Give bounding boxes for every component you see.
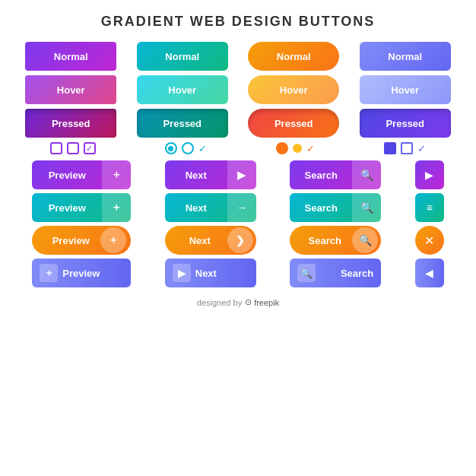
play-icon-1: ▶ — [227, 160, 256, 189]
orange-dot-filled[interactable] — [276, 142, 288, 154]
plus-icon-3: ＋ — [100, 227, 126, 253]
preview-button-teal[interactable]: Preview ＋ — [32, 193, 131, 222]
freepik-logo: ⊙ freepik — [245, 297, 279, 307]
menu-icon-btn-teal[interactable]: ≡ — [415, 193, 444, 222]
preview-label-1: Preview — [32, 170, 102, 181]
normal-row: Normal Normal Normal Normal — [15, 42, 461, 71]
blue-checkmark[interactable]: ✓ — [417, 143, 426, 154]
orange-checks: ✓ — [276, 142, 315, 154]
freepik-brand: freepik — [254, 298, 279, 307]
purple-checkbox-checked[interactable]: ✓ — [84, 142, 96, 154]
blue-square-filled[interactable] — [384, 142, 396, 154]
arrow-icon-2: → — [227, 193, 256, 222]
search-icon-3: 🔍 — [352, 227, 378, 253]
action-row-1: Preview ＋ Next ▶ Search 🔍 ▶ — [15, 160, 461, 189]
play-icon-solo: ▶ — [425, 169, 433, 181]
next-label-2: Next — [165, 202, 227, 214]
next-button-flat[interactable]: ▶ Next — [165, 259, 256, 287]
search-icon-4: 🔍 — [297, 264, 316, 282]
page-title: GRADIENT WEB DESIGN BUTTONS — [101, 14, 376, 30]
search-label-3: Search — [297, 235, 352, 246]
next-button-orange[interactable]: Next ❯ — [165, 226, 256, 255]
close-icon: ✕ — [424, 233, 434, 248]
teal-checks: ✓ — [165, 142, 207, 154]
btn-purple-pressed[interactable]: Pressed — [25, 109, 116, 138]
search-icon-2: 🔍 — [352, 193, 381, 222]
btn-purple-normal[interactable]: Normal — [25, 42, 116, 71]
blue-square-empty[interactable] — [401, 142, 413, 154]
purple-checks: ✓ — [50, 142, 96, 154]
search-label-1: Search — [290, 170, 352, 181]
plus-icon-2: ＋ — [102, 193, 131, 222]
search-button-teal[interactable]: Search 🔍 — [290, 193, 381, 222]
search-icon-1: 🔍 — [352, 160, 381, 189]
pressed-row: Pressed Pressed Pressed Pressed — [15, 109, 461, 138]
preview-label-2: Preview — [32, 202, 102, 214]
hover-row: Hover Hover Hover Hover — [15, 75, 461, 104]
btn-orange-normal[interactable]: Normal — [248, 42, 339, 71]
search-button-orange[interactable]: Search 🔍 — [290, 226, 381, 255]
menu-icon: ≡ — [427, 202, 433, 214]
plus-icon-4: ＋ — [40, 264, 58, 282]
orange-dot-small[interactable] — [293, 144, 302, 153]
blue-checks: ✓ — [384, 142, 426, 154]
btn-indigo-hover[interactable]: Hover — [360, 75, 451, 104]
play-icon-4: ▶ — [173, 264, 191, 282]
preview-button-orange[interactable]: Preview ＋ — [32, 226, 131, 255]
preview-button-purple[interactable]: Preview ＋ — [32, 160, 131, 189]
checkbox-row: ✓ ✓ ✓ ✓ — [15, 142, 461, 154]
purple-checkbox-empty2[interactable] — [67, 142, 79, 154]
btn-indigo-pressed[interactable]: Pressed — [360, 109, 451, 138]
action-row-4: ＋ Preview ▶ Next 🔍 Search ◀ — [15, 259, 461, 287]
next-label-4: Next — [195, 268, 217, 279]
play-icon-btn-purple[interactable]: ▶ — [415, 160, 444, 189]
teal-checkmark[interactable]: ✓ — [198, 143, 207, 154]
search-button-flat[interactable]: 🔍 Search — [290, 259, 381, 287]
footer: designed by ⊙ freepik — [197, 297, 279, 307]
next-label-3: Next — [173, 235, 227, 246]
teal-radio-filled[interactable] — [165, 142, 177, 154]
back-icon: ◀ — [425, 267, 433, 279]
btn-indigo-normal[interactable]: Normal — [360, 42, 451, 71]
search-button-purple[interactable]: Search 🔍 — [290, 160, 381, 189]
plus-icon-1: ＋ — [102, 160, 131, 189]
btn-orange-pressed[interactable]: Pressed — [248, 109, 339, 138]
btn-purple-hover[interactable]: Hover — [25, 75, 116, 104]
search-label-2: Search — [290, 202, 352, 214]
freepik-icon: ⊙ — [245, 297, 252, 307]
next-label-1: Next — [165, 170, 227, 181]
btn-orange-hover[interactable]: Hover — [248, 75, 339, 104]
action-row-3: Preview ＋ Next ❯ Search 🔍 ✕ — [15, 226, 461, 255]
next-button-teal[interactable]: Next → — [165, 193, 256, 222]
preview-label-3: Preview — [41, 235, 100, 246]
search-label-4: Search — [341, 268, 373, 279]
btn-teal-hover[interactable]: Hover — [137, 75, 228, 104]
back-icon-btn-blue[interactable]: ◀ — [415, 259, 444, 287]
action-row-2: Preview ＋ Next → Search 🔍 ≡ — [15, 193, 461, 222]
preview-label-4: Preview — [62, 268, 100, 279]
teal-radio-empty[interactable] — [182, 142, 194, 154]
footer-text: designed by — [197, 298, 242, 307]
close-icon-btn-orange[interactable]: ✕ — [415, 226, 444, 255]
purple-checkbox-empty[interactable] — [50, 142, 62, 154]
orange-checkmark[interactable]: ✓ — [306, 143, 315, 154]
next-button-purple[interactable]: Next ▶ — [165, 160, 256, 189]
chevron-icon-3: ❯ — [227, 227, 253, 253]
btn-teal-normal[interactable]: Normal — [137, 42, 228, 71]
btn-teal-pressed[interactable]: Pressed — [137, 109, 228, 138]
preview-button-flat[interactable]: ＋ Preview — [32, 259, 131, 287]
